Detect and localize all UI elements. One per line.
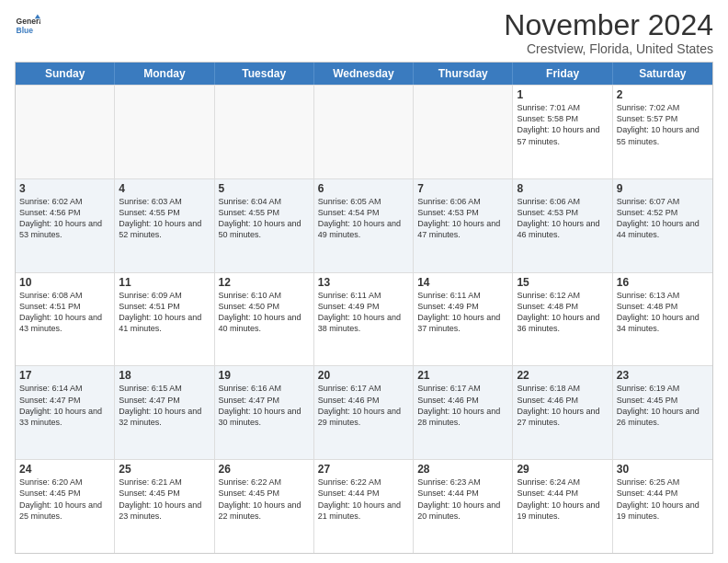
day-number: 2 bbox=[617, 88, 709, 101]
header: General Blue November 2024 Crestview, Fl… bbox=[15, 9, 713, 56]
calendar-cell: 5Sunrise: 6:04 AM Sunset: 4:55 PM Daylig… bbox=[215, 179, 314, 272]
day-number: 8 bbox=[517, 182, 608, 195]
cell-info: Sunrise: 6:05 AM Sunset: 4:54 PM Dayligh… bbox=[318, 196, 409, 241]
calendar-cell: 25Sunrise: 6:21 AM Sunset: 4:45 PM Dayli… bbox=[115, 460, 214, 553]
logo: General Blue bbox=[15, 13, 44, 39]
calendar-cell: 16Sunrise: 6:13 AM Sunset: 4:48 PM Dayli… bbox=[613, 273, 712, 366]
cell-info: Sunrise: 6:14 AM Sunset: 4:47 PM Dayligh… bbox=[19, 383, 110, 428]
day-header-wednesday: Wednesday bbox=[314, 63, 414, 85]
calendar-cell: 26Sunrise: 6:22 AM Sunset: 4:45 PM Dayli… bbox=[215, 460, 314, 553]
day-header-thursday: Thursday bbox=[414, 63, 513, 85]
week-row-5: 24Sunrise: 6:20 AM Sunset: 4:45 PM Dayli… bbox=[16, 459, 712, 553]
day-number: 3 bbox=[19, 182, 110, 195]
calendar-body: 1Sunrise: 7:01 AM Sunset: 5:58 PM Daylig… bbox=[16, 85, 712, 553]
calendar-cell: 4Sunrise: 6:03 AM Sunset: 4:55 PM Daylig… bbox=[115, 179, 214, 272]
main-title: November 2024 bbox=[504, 9, 713, 41]
day-number: 25 bbox=[119, 463, 210, 476]
cell-info: Sunrise: 6:17 AM Sunset: 4:46 PM Dayligh… bbox=[318, 383, 409, 428]
calendar-cell: 24Sunrise: 6:20 AM Sunset: 4:45 PM Dayli… bbox=[16, 460, 115, 553]
cell-info: Sunrise: 6:13 AM Sunset: 4:48 PM Dayligh… bbox=[617, 290, 709, 335]
cell-info: Sunrise: 6:20 AM Sunset: 4:45 PM Dayligh… bbox=[19, 477, 110, 522]
calendar-cell bbox=[314, 86, 414, 178]
week-row-4: 17Sunrise: 6:14 AM Sunset: 4:47 PM Dayli… bbox=[16, 365, 712, 459]
cell-info: Sunrise: 6:21 AM Sunset: 4:45 PM Dayligh… bbox=[119, 477, 210, 522]
week-row-3: 10Sunrise: 6:08 AM Sunset: 4:51 PM Dayli… bbox=[16, 272, 712, 366]
subtitle: Crestview, Florida, United States bbox=[504, 41, 713, 56]
cell-info: Sunrise: 6:16 AM Sunset: 4:47 PM Dayligh… bbox=[219, 383, 310, 428]
calendar-cell bbox=[16, 86, 115, 178]
day-number: 22 bbox=[517, 369, 608, 382]
cell-info: Sunrise: 6:25 AM Sunset: 4:44 PM Dayligh… bbox=[617, 477, 709, 522]
day-number: 24 bbox=[19, 463, 110, 476]
day-header-friday: Friday bbox=[513, 63, 612, 85]
cell-info: Sunrise: 6:08 AM Sunset: 4:51 PM Dayligh… bbox=[19, 290, 110, 335]
calendar-cell: 30Sunrise: 6:25 AM Sunset: 4:44 PM Dayli… bbox=[613, 460, 712, 553]
calendar-cell: 13Sunrise: 6:11 AM Sunset: 4:49 PM Dayli… bbox=[314, 273, 414, 366]
cell-info: Sunrise: 6:24 AM Sunset: 4:44 PM Dayligh… bbox=[517, 477, 608, 522]
calendar-cell: 1Sunrise: 7:01 AM Sunset: 5:58 PM Daylig… bbox=[513, 86, 612, 178]
day-number: 12 bbox=[219, 276, 310, 289]
day-number: 6 bbox=[318, 182, 409, 195]
cell-info: Sunrise: 6:15 AM Sunset: 4:47 PM Dayligh… bbox=[119, 383, 210, 428]
calendar-cell: 9Sunrise: 6:07 AM Sunset: 4:52 PM Daylig… bbox=[613, 179, 712, 272]
calendar-cell: 19Sunrise: 6:16 AM Sunset: 4:47 PM Dayli… bbox=[215, 366, 314, 459]
calendar-cell: 15Sunrise: 6:12 AM Sunset: 4:48 PM Dayli… bbox=[513, 273, 612, 366]
cell-info: Sunrise: 6:17 AM Sunset: 4:46 PM Dayligh… bbox=[417, 383, 508, 428]
calendar-cell: 12Sunrise: 6:10 AM Sunset: 4:50 PM Dayli… bbox=[215, 273, 314, 366]
cell-info: Sunrise: 6:04 AM Sunset: 4:55 PM Dayligh… bbox=[219, 196, 310, 241]
calendar-cell: 29Sunrise: 6:24 AM Sunset: 4:44 PM Dayli… bbox=[513, 460, 612, 553]
page: General Blue November 2024 Crestview, Fl… bbox=[0, 0, 728, 563]
cell-info: Sunrise: 6:22 AM Sunset: 4:45 PM Dayligh… bbox=[219, 477, 310, 522]
calendar-cell: 21Sunrise: 6:17 AM Sunset: 4:46 PM Dayli… bbox=[414, 366, 513, 459]
day-number: 16 bbox=[617, 276, 709, 289]
day-number: 23 bbox=[617, 369, 709, 382]
calendar-cell: 27Sunrise: 6:22 AM Sunset: 4:44 PM Dayli… bbox=[314, 460, 414, 553]
calendar-cell: 18Sunrise: 6:15 AM Sunset: 4:47 PM Dayli… bbox=[115, 366, 214, 459]
day-number: 18 bbox=[119, 369, 210, 382]
calendar-cell: 8Sunrise: 6:06 AM Sunset: 4:53 PM Daylig… bbox=[513, 179, 612, 272]
cell-info: Sunrise: 6:18 AM Sunset: 4:46 PM Dayligh… bbox=[517, 383, 608, 428]
calendar-cell bbox=[115, 86, 214, 178]
calendar-cell: 11Sunrise: 6:09 AM Sunset: 4:51 PM Dayli… bbox=[115, 273, 214, 366]
day-number: 9 bbox=[617, 182, 709, 195]
calendar-cell: 28Sunrise: 6:23 AM Sunset: 4:44 PM Dayli… bbox=[414, 460, 513, 553]
day-number: 28 bbox=[417, 463, 508, 476]
cell-info: Sunrise: 6:09 AM Sunset: 4:51 PM Dayligh… bbox=[119, 290, 210, 335]
day-number: 1 bbox=[517, 88, 608, 101]
cell-info: Sunrise: 7:01 AM Sunset: 5:58 PM Dayligh… bbox=[517, 102, 608, 147]
calendar-cell bbox=[215, 86, 314, 178]
day-number: 15 bbox=[517, 276, 608, 289]
cell-info: Sunrise: 6:19 AM Sunset: 4:45 PM Dayligh… bbox=[617, 383, 709, 428]
day-number: 7 bbox=[417, 182, 508, 195]
calendar-cell bbox=[414, 86, 513, 178]
cell-info: Sunrise: 6:11 AM Sunset: 4:49 PM Dayligh… bbox=[417, 290, 508, 335]
calendar-cell: 23Sunrise: 6:19 AM Sunset: 4:45 PM Dayli… bbox=[613, 366, 712, 459]
cell-info: Sunrise: 6:12 AM Sunset: 4:48 PM Dayligh… bbox=[517, 290, 608, 335]
calendar-cell: 20Sunrise: 6:17 AM Sunset: 4:46 PM Dayli… bbox=[314, 366, 414, 459]
day-number: 13 bbox=[318, 276, 409, 289]
week-row-1: 1Sunrise: 7:01 AM Sunset: 5:58 PM Daylig… bbox=[16, 85, 712, 178]
calendar-cell: 7Sunrise: 6:06 AM Sunset: 4:53 PM Daylig… bbox=[414, 179, 513, 272]
logo-icon: General Blue bbox=[15, 13, 40, 39]
day-number: 20 bbox=[318, 369, 409, 382]
day-number: 14 bbox=[417, 276, 508, 289]
day-number: 10 bbox=[19, 276, 110, 289]
cell-info: Sunrise: 6:02 AM Sunset: 4:56 PM Dayligh… bbox=[19, 196, 110, 241]
calendar: SundayMondayTuesdayWednesdayThursdayFrid… bbox=[15, 62, 713, 554]
day-number: 26 bbox=[219, 463, 310, 476]
day-number: 4 bbox=[119, 182, 210, 195]
day-number: 29 bbox=[517, 463, 608, 476]
day-number: 27 bbox=[318, 463, 409, 476]
calendar-cell: 3Sunrise: 6:02 AM Sunset: 4:56 PM Daylig… bbox=[16, 179, 115, 272]
cell-info: Sunrise: 6:06 AM Sunset: 4:53 PM Dayligh… bbox=[417, 196, 508, 241]
calendar-cell: 17Sunrise: 6:14 AM Sunset: 4:47 PM Dayli… bbox=[16, 366, 115, 459]
calendar-cell: 22Sunrise: 6:18 AM Sunset: 4:46 PM Dayli… bbox=[513, 366, 612, 459]
cell-info: Sunrise: 6:10 AM Sunset: 4:50 PM Dayligh… bbox=[219, 290, 310, 335]
calendar-cell: 14Sunrise: 6:11 AM Sunset: 4:49 PM Dayli… bbox=[414, 273, 513, 366]
day-header-monday: Monday bbox=[115, 63, 214, 85]
calendar-cell: 10Sunrise: 6:08 AM Sunset: 4:51 PM Dayli… bbox=[16, 273, 115, 366]
cell-info: Sunrise: 6:03 AM Sunset: 4:55 PM Dayligh… bbox=[119, 196, 210, 241]
day-number: 19 bbox=[219, 369, 310, 382]
cell-info: Sunrise: 6:11 AM Sunset: 4:49 PM Dayligh… bbox=[318, 290, 409, 335]
calendar-header: SundayMondayTuesdayWednesdayThursdayFrid… bbox=[16, 63, 712, 85]
